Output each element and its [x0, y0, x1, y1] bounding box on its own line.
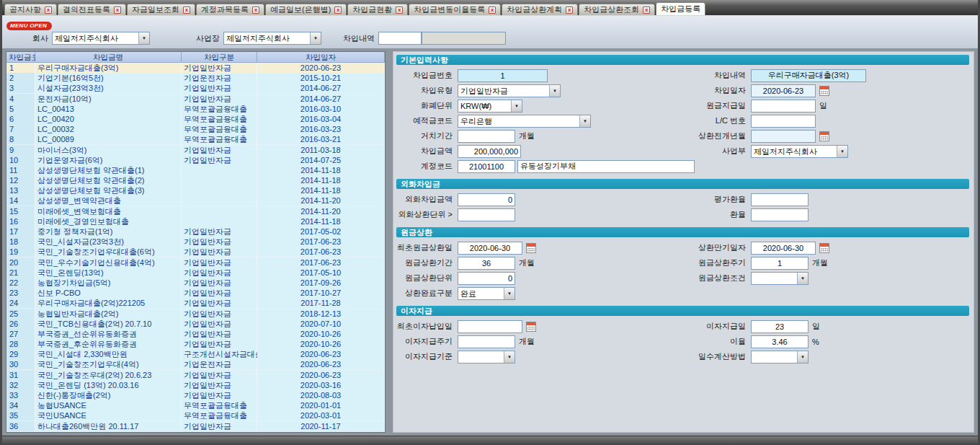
tab-4[interactable]: 계정과목등록x [196, 4, 264, 15]
tab-2[interactable]: 결의전표등록x [58, 4, 126, 15]
tab-10[interactable]: 차입금등록 [656, 2, 705, 15]
grid-row[interactable]: 11삼성생명단체보험 약관대출(1)2014-11-18 [6, 165, 385, 175]
grid-row[interactable]: 36하나대출260백만원 20.11.17기업일반자금2020-11-17 [6, 421, 385, 431]
grid-row[interactable]: 13삼성생명단체보험 약관대출(3)2014-11-18 [6, 185, 385, 195]
tab-close-icon[interactable]: x [334, 6, 342, 14]
interest-basis-select[interactable]: ▼ [458, 351, 515, 364]
account-code-input[interactable] [458, 160, 515, 173]
site-select[interactable]: 제일저지주식회사 ▼ [223, 32, 321, 45]
grid-row[interactable]: 32국민_온렌딩 (13억) 20.03.16기업일반자금2020-03-16 [6, 380, 385, 390]
column-header-date[interactable]: 차입일자 [257, 52, 385, 63]
loan-description-input[interactable] [751, 69, 866, 82]
fx-repay-unit-input[interactable] [458, 208, 515, 221]
eval-rate-input[interactable] [751, 193, 808, 206]
account-name-input[interactable] [517, 160, 695, 173]
repay-condition-select[interactable]: ▼ [751, 272, 808, 285]
principal-pay-day-input[interactable] [751, 100, 816, 113]
grid-row[interactable]: 14삼성생명_변액약관대출2014-11-20 [6, 195, 385, 206]
grid-row[interactable]: 10기업운영자금(6억)기업일반자금2014-07-25 [6, 155, 385, 165]
tab-close-icon[interactable]: x [396, 6, 403, 14]
repay-unit-input[interactable] [458, 272, 515, 285]
grid-row[interactable]: 8LC_00089무역포괄금융대출2016-03-21 [6, 134, 385, 144]
column-header-type[interactable]: 차입구분 [182, 52, 257, 63]
grid-row[interactable]: 33신한(-)통장매출(2억)기업일반자금2020-08-03 [6, 390, 385, 400]
repay-period-input[interactable] [458, 257, 515, 270]
grid-row[interactable]: 15미래에셋_변액보험대출2014-11-20 [6, 206, 385, 216]
grid-row[interactable]: 17중기청 정책자금(1억)기업일반자금2017-05-02 [6, 226, 385, 237]
grid-row[interactable]: 28부국증권_후순위유동화증권기업일반자금2020-10-26 [6, 339, 385, 349]
menu-open-button[interactable]: MENU OPEN [6, 22, 52, 30]
exchange-rate-input[interactable] [751, 208, 808, 221]
tab-close-icon[interactable]: x [45, 6, 52, 14]
grid-row[interactable]: 1우리구매자금대출(3억)기업일반자금2020-06-23 [6, 63, 385, 73]
interest-pay-day-input[interactable] [751, 320, 808, 333]
calendar-icon[interactable] [526, 322, 536, 332]
calendar-icon[interactable] [819, 131, 829, 141]
grid-row[interactable]: 18국민_시설자금(23억3천)기업일반자금2017-06-23 [6, 237, 385, 247]
tab-8[interactable]: 차입금상환계획x [502, 4, 578, 15]
grid-row[interactable]: 22농협장기차입금(5억)기업일반자금2017-09-26 [6, 278, 385, 288]
loan-type-select[interactable]: 기업일반자금 ▼ [458, 84, 561, 97]
loan-search-input[interactable] [378, 32, 422, 45]
grid-row[interactable]: 5LC_00413무역포괄금융대출2016-03-10 [6, 104, 385, 114]
tab-close-icon[interactable]: x [114, 6, 121, 14]
tab-7[interactable]: 차입금변동이율등록x [409, 4, 501, 15]
grid-row[interactable]: 25농협일반자금대출(2억)기업일반자금2018-12-13 [6, 309, 385, 319]
fx-amount-input[interactable] [458, 193, 515, 206]
column-header-name[interactable]: 차입금명 [35, 52, 182, 63]
grid-row[interactable]: 35국민USANCE무역포괄금융대출2020-03-01 [6, 410, 385, 420]
tab-9[interactable]: 차입금상환조회x [579, 4, 655, 15]
deposit-code-select[interactable]: 우리은행 ▼ [458, 115, 591, 128]
loan-number-input[interactable] [458, 69, 548, 82]
tab-close-icon[interactable]: x [252, 6, 259, 14]
grid-row[interactable]: 30국민_기술창조기업우대(4억)기업운전자금2020-06-23 [6, 359, 385, 369]
grid-row[interactable]: 12삼성생명단체보험 약관대출(2)2014-11-18 [6, 175, 385, 185]
grid-row[interactable]: 20국민_우수기술기업신용대출(4억)기업일반자금2017-06-23 [6, 257, 385, 268]
grid-row[interactable]: 29국민_시설대 2,330백만원구조개선시설자금대출2020-06-23 [6, 349, 385, 359]
grid-row[interactable]: 4운전자금(10억)기업일반자금2014-06-27 [6, 94, 385, 104]
grid-row[interactable]: 2기업기본(16억5천)기업운전자금2015-10-21 [6, 73, 385, 83]
first-interest-date-input[interactable] [458, 320, 522, 333]
grid-row[interactable]: 23신보 P-CBO기업일반자금2017-10-27 [6, 288, 385, 298]
grid-row[interactable]: 19국민_기술창조기업우대대출(6억)기업일반자금2017-06-23 [6, 247, 385, 257]
tab-close-icon[interactable]: x [566, 6, 573, 14]
lc-number-input[interactable] [751, 115, 816, 128]
tab-3[interactable]: 자금일보조회x [127, 4, 195, 15]
grid-row[interactable]: 16미래에셋_경영인보험대출2014-11-18 [6, 216, 385, 226]
grid-row[interactable]: 31국민_기술창조우대(2억) 20.6.23기업일반자금2020-06-23 [6, 370, 385, 380]
first-repay-date-input[interactable] [458, 242, 522, 255]
interest-rate-input[interactable] [751, 335, 808, 348]
grid-row[interactable]: 3시설자금(23억3천)기업일반자금2014-06-27 [6, 83, 385, 93]
tab-close-icon[interactable]: x [643, 6, 650, 14]
currency-select[interactable]: KRW(₩) ▼ [458, 100, 522, 113]
repay-complete-select[interactable]: 완료 ▼ [458, 287, 515, 300]
loan-date-input[interactable] [751, 84, 816, 97]
tab-1[interactable]: 공지사항x [4, 4, 57, 15]
division-select[interactable]: 제일저지주식회사 ▼ [751, 145, 848, 158]
grid-row[interactable]: 21국민_온렌딩(13억)기업일반자금2017-05-10 [6, 268, 385, 278]
day-count-method-select[interactable]: ▼ [751, 351, 808, 364]
tab-5[interactable]: 예금일보(은행별)x [265, 4, 347, 15]
grid-row[interactable]: 9마이너스(3억)기업일반자금2011-03-18 [6, 145, 385, 155]
grid-row[interactable]: 26국민_TCB신용대출(2억) 20.7.10기업일반자금2020-07-10 [6, 319, 385, 329]
grid-row[interactable]: 24우리구매자금대출(2억)221205기업일반자금2017-11-28 [6, 298, 385, 308]
loan-amount-input[interactable] [458, 145, 521, 158]
tab-close-icon[interactable]: x [489, 6, 496, 14]
calendar-icon[interactable] [819, 86, 829, 96]
grid-row[interactable]: 27부국증권_선순위유동화증권기업일반자금2020-10-26 [6, 329, 385, 339]
tab-6[interactable]: 차입금현황x [347, 4, 408, 15]
grid-row[interactable]: 7LC_00032무역포괄금융대출2016-03-23 [6, 124, 385, 134]
calendar-icon[interactable] [526, 243, 536, 253]
column-header-code[interactable]: 차입금코드 [6, 52, 35, 63]
calendar-icon[interactable] [819, 243, 829, 253]
company-select[interactable]: 제일저지주식회사 ▼ [52, 32, 150, 45]
interest-cycle-input[interactable] [458, 335, 515, 348]
repay-cycle-input[interactable] [751, 257, 808, 270]
tab-close-icon[interactable]: x [183, 6, 190, 14]
pre-repay-ym-input[interactable] [751, 130, 816, 143]
grid-row[interactable]: 6LC_00420무역포괄금융대출2016-03-04 [6, 114, 385, 124]
grace-period-input[interactable] [458, 130, 515, 143]
maturity-date-input[interactable] [751, 242, 816, 255]
grid-row[interactable]: 34농협USANCE무역포괄금융대출2020-01-01 [6, 400, 385, 410]
loan-search-input-secondary[interactable] [422, 32, 506, 45]
